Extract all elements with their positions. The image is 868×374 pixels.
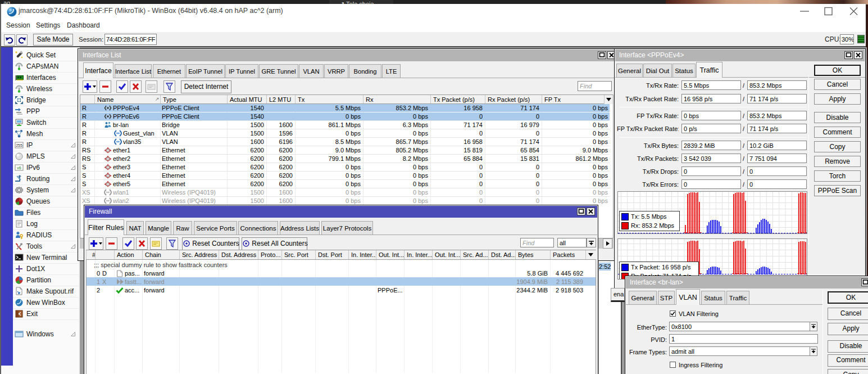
svg-text:v6: v6: [17, 166, 21, 170]
svg-text:255: 255: [16, 143, 22, 147]
